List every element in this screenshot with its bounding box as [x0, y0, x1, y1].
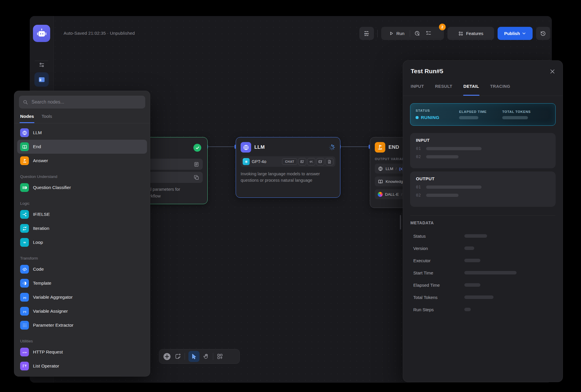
palette-item-variable-assigner[interactable]: {=}Variable Assigner [17, 304, 147, 318]
openai-logo-icon [243, 158, 250, 165]
toolbar-separator [377, 30, 378, 37]
palette-item-label: IF/ELSE [33, 212, 50, 217]
variable-assigner-icon: {=} [20, 307, 29, 316]
palette-item-llm[interactable]: LLM [17, 126, 147, 140]
rail-divider [35, 61, 48, 61]
end-book-icon [20, 142, 29, 151]
close-icon[interactable] [549, 68, 556, 75]
palette-item-iteration[interactable]: Iteration [17, 221, 147, 235]
version-history-button[interactable] [536, 27, 550, 40]
input-card-title: INPUT [416, 138, 550, 143]
status-label: STATUS [416, 109, 459, 112]
palette-item-label: Loop [33, 240, 43, 245]
search-icon [23, 99, 28, 105]
palette-item-label: Code [33, 267, 44, 272]
palette-item-label: Parameter Extractor [33, 323, 74, 328]
image-sparkle-icon [298, 158, 306, 165]
chat-mode-badge: CHAT [282, 158, 297, 165]
tab-detail[interactable]: DETAIL [463, 82, 479, 96]
pointer-mode-button[interactable] [188, 351, 200, 362]
llm-node[interactable]: LLM GPT-4o CHAT Invoking large language … [236, 137, 340, 198]
model-name: GPT-4o [252, 159, 266, 164]
chevron-down-icon [522, 31, 526, 36]
publish-button[interactable]: Publish [498, 27, 533, 40]
iteration-icon [20, 224, 29, 233]
skeleton-row: 02 [416, 154, 550, 159]
code-icon [20, 265, 29, 274]
palette-item-loop[interactable]: ∞Loop [17, 235, 147, 249]
http-icon: HTTP [20, 348, 29, 356]
palette-item-code[interactable]: Code [17, 262, 147, 276]
end-flag-icon [375, 142, 385, 153]
llm-node-description: Invoking large language models to answer… [241, 171, 328, 183]
env-variables-button[interactable]: ENV [359, 27, 374, 40]
status-value: RUNING [416, 115, 459, 120]
success-check-icon [193, 144, 201, 152]
output-card: OUTPUT 0102 [410, 172, 556, 207]
palette-item-end[interactable]: End [17, 140, 147, 154]
palette-item-answer[interactable]: Answer [17, 154, 147, 168]
svg-text:HTTP: HTTP [22, 351, 27, 353]
palette-item-http-request[interactable]: HTTPHTTP Request [17, 345, 147, 359]
run-history-clock-icon[interactable] [414, 30, 420, 36]
palette-item-template[interactable]: Template [17, 276, 147, 290]
tab-nodes[interactable]: Nodes [20, 113, 34, 123]
test-run-panel: Test Run#5 INPUTRESULTDETAILTRACING STAT… [403, 60, 563, 382]
palette-item-variable-aggregator[interactable]: {x}Variable Aggregator [17, 290, 147, 304]
palette-item-question-classifier[interactable]: Question Classifier [17, 181, 147, 195]
tab-input[interactable]: INPUT [411, 82, 424, 96]
autosave-status: Auto-Saved 21:02:35 · Unpublished [64, 26, 135, 40]
document-icon [326, 158, 333, 165]
metadata-row-elapsed-time: Elapsed Time [410, 279, 556, 291]
play-icon [389, 31, 394, 36]
metadata-row-executor: Executor [410, 254, 556, 267]
panel-resize-handle[interactable] [400, 215, 401, 230]
palette-item-label: HTTP Request [33, 349, 63, 355]
metadata-row-run-steps: Run Steps [410, 303, 556, 316]
svg-text:{x}: {x} [23, 296, 26, 299]
palette-item-label: Answer [33, 158, 48, 163]
search-nodes-input[interactable] [31, 99, 141, 105]
palette-item-if-else[interactable]: IF/ELSE [17, 207, 147, 221]
skeleton-row: 01 [416, 146, 550, 151]
palette-item-list-operator[interactable]: List Operator [17, 359, 147, 373]
metadata-row-status: Status [410, 230, 556, 242]
status-dot-icon [416, 116, 419, 119]
features-button[interactable]: Features [447, 27, 494, 40]
loop-icon: ∞ [20, 238, 29, 247]
total-tokens-label: TOTAL TOKENS [502, 110, 531, 113]
sliders-icon[interactable] [38, 62, 45, 69]
tab-tracing[interactable]: TRACING [490, 82, 510, 96]
add-node-button[interactable] [163, 352, 171, 361]
hand-mode-button[interactable] [203, 353, 209, 360]
palette-section-header: Logic [17, 199, 147, 207]
end-node-title: END [388, 144, 399, 150]
organize-nodes-button[interactable] [217, 353, 223, 360]
checklist-icon[interactable] [426, 30, 432, 36]
add-note-button[interactable] [175, 353, 181, 360]
palette-item-label: Question Classifier [33, 185, 71, 190]
palette-item-parameter-extractor[interactable]: Parameter Extractor [17, 318, 147, 332]
question-classifier-icon [20, 183, 29, 192]
palette-item-label: Template [33, 281, 51, 286]
model-selector[interactable]: GPT-4o CHAT [241, 156, 335, 167]
audio-sparkle-icon [307, 158, 315, 165]
status-card: STATUS RUNING ELAPSED TIME TOTAL TOKENS [410, 103, 556, 126]
tab-tools[interactable]: Tools [41, 113, 52, 123]
panel-title: Test Run#5 [411, 68, 443, 75]
app-robot-icon[interactable] [33, 25, 50, 42]
palette-section-header: Transform [17, 254, 147, 262]
svg-text:∞: ∞ [23, 240, 26, 244]
palette-section-header: Question Understand [17, 172, 147, 181]
edge-llm-to-end [340, 146, 370, 147]
tab-result[interactable]: RESULT [435, 82, 452, 96]
llm-brain-icon [241, 142, 251, 153]
palette-item-label: End [33, 144, 41, 149]
parameter-extractor-icon [20, 321, 29, 330]
list-operator-icon [20, 362, 29, 370]
copy-icon [194, 175, 199, 180]
search-box[interactable] [19, 96, 145, 108]
preview-window-icon[interactable] [34, 72, 49, 87]
run-button[interactable]: Run [396, 31, 405, 36]
todo-count-badge: 2 [439, 24, 446, 30]
